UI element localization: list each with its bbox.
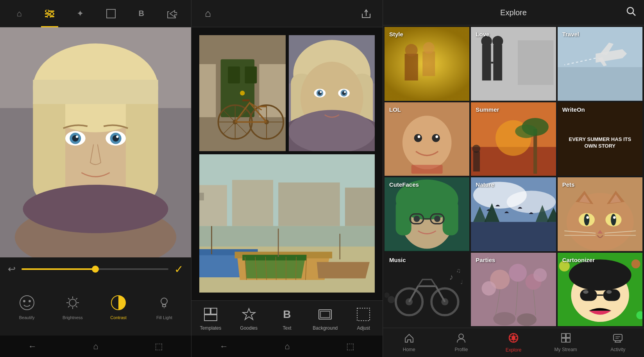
brightness-tool[interactable]: Brightness: [59, 293, 86, 320]
explore-header: Explore: [383, 0, 644, 25]
svg-text:♪: ♪: [449, 272, 453, 281]
background-tool[interactable]: Background: [309, 306, 341, 331]
back-nav-icon[interactable]: ←: [28, 341, 37, 352]
svg-rect-217: [614, 334, 622, 341]
writeon-cell[interactable]: WriteOn EVERY SUMMER HAS ITS OWN STORY: [558, 102, 642, 176]
crop-icon[interactable]: [102, 5, 120, 22]
search-button[interactable]: [626, 6, 636, 19]
collage-display: [191, 27, 383, 300]
svg-rect-107: [204, 315, 217, 321]
cutefaces-cell[interactable]: CuteFaces: [385, 177, 469, 251]
svg-line-113: [633, 13, 635, 16]
collage-share-icon[interactable]: [358, 5, 375, 22]
svg-rect-110: [320, 311, 330, 318]
adjust-icon: [355, 306, 372, 323]
lol-cell[interactable]: LOL: [385, 102, 469, 176]
text-label: Text: [283, 325, 291, 331]
nature-cell[interactable]: Nature: [471, 177, 556, 251]
text-icon: B: [278, 306, 295, 323]
bold-b-icon[interactable]: B: [133, 5, 150, 22]
undo-button[interactable]: ↩: [8, 264, 16, 275]
svg-point-203: [583, 290, 589, 293]
svg-rect-12: [33, 88, 65, 201]
contrast-slider[interactable]: [21, 268, 168, 270]
nav-home[interactable]: Home: [392, 333, 427, 352]
svg-rect-111: [357, 308, 370, 321]
cartoonizer-cell[interactable]: Cartoonizer: [558, 253, 642, 327]
beautify-tool[interactable]: Beautify: [13, 293, 41, 320]
svg-line-36: [76, 298, 77, 300]
nav-profile[interactable]: Profile: [444, 333, 479, 352]
confirm-button[interactable]: ✓: [174, 263, 183, 276]
my-stream-nav-icon: [561, 333, 571, 345]
photo-editor-panel: ⌂ ✦ B: [0, 0, 191, 357]
cartoonizer-label: Cartoonizer: [562, 257, 595, 263]
profile-nav-label: Profile: [454, 347, 468, 352]
panel2-nav-bar: ← ⌂ ⬚: [191, 336, 383, 357]
svg-point-27: [23, 300, 25, 302]
contrast-tool[interactable]: Contrast: [105, 293, 132, 320]
adjust-tool[interactable]: Adjust: [348, 306, 379, 331]
explore-grid: Style Love: [383, 25, 644, 328]
svg-rect-148: [396, 200, 411, 235]
collage-editor-panel: ⌂: [191, 0, 383, 357]
svg-rect-89: [199, 226, 375, 246]
brightness-label: Brightness: [63, 315, 83, 320]
fill-light-tool[interactable]: Fill Light: [150, 293, 178, 320]
music-cell[interactable]: ♪ ♫ ♩ Music: [385, 253, 469, 327]
slider-row: ↩ ✓: [0, 257, 191, 281]
svg-rect-126: [518, 40, 553, 85]
adjust-label: Adjust: [357, 325, 370, 331]
adjust-icon[interactable]: [41, 5, 58, 22]
nav-explore[interactable]: Explore: [496, 332, 531, 353]
svg-rect-215: [562, 338, 565, 342]
contrast-icon: [108, 293, 129, 313]
svg-rect-106: [211, 308, 217, 314]
svg-marker-108: [243, 309, 255, 320]
collage-image-1[interactable]: [199, 35, 286, 151]
pets-cell[interactable]: Pets: [558, 177, 642, 251]
svg-rect-14: [33, 80, 158, 104]
svg-rect-82: [232, 180, 273, 226]
fill-light-label: Fill Light: [156, 315, 172, 320]
nav-activity[interactable]: Activity: [600, 333, 635, 352]
controls-area: ↩ ✓ Beautify: [0, 257, 191, 336]
travel-label: Travel: [562, 31, 579, 37]
explore-nav-bar: Home Profile Explore: [383, 328, 644, 357]
nav-my-stream[interactable]: My Stream: [548, 333, 583, 352]
goodies-tool[interactable]: Goodies: [233, 306, 265, 331]
collage-home-icon[interactable]: ⌂: [199, 5, 216, 22]
svg-rect-83: [278, 182, 340, 226]
home-nav-label: Home: [403, 347, 415, 352]
svg-rect-214: [566, 334, 570, 337]
explore-panel: Explore: [383, 0, 644, 357]
svg-point-29: [69, 299, 76, 306]
svg-rect-81: [199, 185, 227, 226]
svg-rect-136: [411, 164, 443, 173]
svg-point-171: [613, 216, 615, 219]
magic-wand-icon[interactable]: ✦: [72, 5, 89, 22]
svg-point-182: [388, 296, 395, 303]
brightness-icon: [63, 293, 83, 313]
panel2-home-icon[interactable]: ⌂: [284, 341, 290, 352]
summer-cell[interactable]: Summer: [471, 102, 556, 176]
home-icon[interactable]: ⌂: [11, 5, 28, 22]
collage-image-3[interactable]: [199, 154, 375, 293]
panel2-back-icon[interactable]: ←: [220, 341, 228, 352]
home-nav-icon[interactable]: ⌂: [93, 341, 98, 352]
writeon-label: WriteOn: [562, 106, 585, 113]
svg-text:♩: ♩: [460, 279, 463, 285]
share-icon[interactable]: [163, 5, 181, 22]
recent-nav-icon[interactable]: ⬚: [155, 341, 163, 352]
svg-rect-159: [471, 222, 556, 251]
templates-tool[interactable]: Templates: [195, 306, 226, 331]
text-tool[interactable]: B Text: [271, 306, 302, 331]
svg-rect-201: [603, 289, 620, 301]
collage-image-2[interactable]: [289, 35, 375, 151]
goodies-icon: [240, 306, 258, 323]
parties-cell[interactable]: Parties: [471, 253, 556, 327]
panel2-recent-icon[interactable]: ⬚: [346, 341, 354, 352]
travel-cell[interactable]: Travel: [558, 27, 642, 101]
style-cell[interactable]: Style: [385, 27, 469, 101]
love-cell[interactable]: Love: [471, 27, 556, 101]
